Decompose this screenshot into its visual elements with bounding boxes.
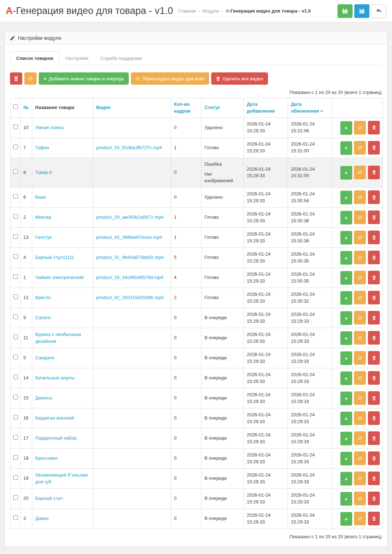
row-add-to-queue-button[interactable]: + [340, 291, 352, 305]
breadcrumb-modules-link[interactable]: Модули [202, 8, 219, 14]
row-add-to-queue-button[interactable]: + [340, 452, 352, 465]
row-checkbox[interactable] [13, 495, 18, 500]
row-delete-video-button[interactable] [368, 472, 380, 485]
row-checkbox[interactable] [13, 335, 18, 339]
delete-selected-button[interactable] [10, 72, 22, 85]
save-and-stay-button[interactable] [354, 4, 369, 18]
row-delete-video-button[interactable] [368, 231, 380, 244]
row-delete-video-button[interactable] [368, 121, 380, 134]
row-add-to-queue-button[interactable]: + [340, 121, 352, 135]
row-checkbox[interactable] [13, 515, 18, 520]
product-name-link[interactable]: Миксер [35, 214, 51, 220]
row-recreate-video-button[interactable] [354, 331, 366, 345]
product-name-link[interactable]: Увлажняющий б"альзам для губ [35, 472, 88, 484]
row-recreate-video-button[interactable] [354, 431, 366, 445]
product-name-link[interactable]: Туфли [35, 145, 49, 150]
row-recreate-video-button[interactable] [354, 411, 366, 425]
product-name-link[interactable]: Джинсы [35, 395, 52, 401]
row-checkbox[interactable] [13, 314, 18, 319]
row-checkbox[interactable] [13, 234, 18, 239]
row-recreate-video-button[interactable] [354, 351, 366, 365]
row-add-to-queue-button[interactable]: + [340, 231, 352, 245]
row-recreate-video-button[interactable] [354, 291, 366, 304]
product-name-link[interactable]: Кардиган женский [35, 415, 74, 421]
row-checkbox[interactable] [13, 124, 18, 129]
row-recreate-video-button[interactable] [354, 121, 366, 134]
sort-by-date-modified-link[interactable]: Дата обновления [291, 101, 319, 114]
row-recreate-video-button[interactable] [354, 141, 366, 155]
row-add-to-queue-button[interactable]: + [340, 211, 352, 224]
breadcrumb-home-link[interactable]: Главная [178, 8, 196, 14]
row-add-to-queue-button[interactable]: + [340, 492, 352, 506]
row-recreate-video-button[interactable] [354, 271, 366, 284]
product-name-link[interactable]: Товар 8 [35, 170, 52, 175]
row-add-to-queue-button[interactable]: + [340, 311, 352, 325]
video-link[interactable]: product_29_ae040b2a0b72.mp4 [96, 214, 164, 220]
row-add-to-queue-button[interactable]: + [340, 472, 352, 486]
row-delete-video-button[interactable] [368, 311, 380, 325]
row-add-to-queue-button[interactable]: + [340, 331, 352, 345]
sort-by-number-link[interactable]: № [23, 105, 29, 110]
recreate-all-videos-button[interactable]: Пересоздать видео для всех [131, 72, 209, 85]
row-recreate-video-button[interactable] [354, 492, 366, 505]
row-recreate-video-button[interactable] [354, 311, 366, 325]
product-name-link[interactable]: Кресло [35, 295, 51, 300]
row-delete-video-button[interactable] [368, 371, 380, 385]
tab-settings[interactable]: Настройки [60, 51, 95, 65]
product-name-link[interactable]: Барный стул11111 [35, 255, 74, 260]
row-checkbox[interactable] [13, 254, 18, 259]
row-checkbox[interactable] [13, 375, 18, 379]
row-add-to-queue-button[interactable]: + [340, 271, 352, 285]
tab-product-list[interactable]: Список товаров [10, 51, 60, 65]
row-delete-video-button[interactable] [368, 331, 380, 345]
row-delete-video-button[interactable] [368, 451, 380, 465]
video-link[interactable]: product_34_91d8a3fb727c.mp4 [96, 145, 162, 150]
row-checkbox[interactable] [13, 274, 18, 279]
tab-support-label[interactable]: Служба поддержки [94, 51, 148, 65]
product-name-link[interactable]: Купальные шорты [35, 375, 75, 380]
row-add-to-queue-button[interactable]: + [340, 392, 352, 405]
row-checkbox[interactable] [13, 214, 18, 219]
product-name-link[interactable]: Кроссовки [35, 455, 57, 461]
row-delete-video-button[interactable] [368, 271, 380, 284]
row-recreate-video-button[interactable] [354, 210, 366, 224]
row-delete-video-button[interactable] [368, 190, 380, 204]
product-name-link[interactable]: Диван [35, 516, 48, 521]
row-add-to-queue-button[interactable]: + [340, 371, 352, 385]
row-checkbox[interactable] [13, 395, 18, 399]
tab-support[interactable]: Служба поддержки [94, 51, 148, 65]
row-recreate-video-button[interactable] [354, 251, 366, 264]
row-checkbox[interactable] [13, 294, 18, 299]
row-add-to-queue-button[interactable]: + [340, 351, 352, 365]
row-delete-video-button[interactable] [368, 512, 380, 525]
row-checkbox[interactable] [13, 435, 18, 440]
row-add-to-queue-button[interactable]: + [340, 166, 352, 180]
product-name-link[interactable]: Сандали [35, 355, 55, 360]
save-button[interactable] [337, 4, 353, 18]
product-name-link[interactable]: Сапоги [35, 315, 51, 320]
product-name-link[interactable]: Подарочный набор [35, 435, 77, 441]
row-add-to-queue-button[interactable]: + [340, 432, 352, 445]
sort-by-date-added-link[interactable]: Дата добавления [247, 101, 275, 114]
row-recreate-video-button[interactable] [354, 190, 366, 204]
video-link[interactable]: product_31_4b43a873da50.mp4 [96, 255, 164, 260]
product-name-link[interactable]: Умная ложка [35, 125, 63, 130]
delete-all-videos-button[interactable]: Удалить все видео [211, 72, 268, 85]
product-name-link[interactable]: Барный стул [35, 496, 63, 501]
back-button[interactable] [371, 4, 386, 18]
row-checkbox[interactable] [13, 169, 18, 174]
row-checkbox[interactable] [13, 475, 18, 480]
row-recreate-video-button[interactable] [354, 472, 366, 485]
add-products-button[interactable]: + Добавить новые товары в очередь [39, 72, 129, 85]
row-checkbox[interactable] [13, 145, 18, 149]
video-link[interactable]: product_42_282415d20dd6.mp4 [96, 295, 164, 300]
row-add-to-queue-button[interactable]: + [340, 141, 352, 155]
row-delete-video-button[interactable] [368, 291, 380, 304]
row-delete-video-button[interactable] [368, 141, 380, 155]
sort-by-video-link[interactable]: Видео [96, 105, 111, 110]
product-name-link[interactable]: Чайник электрический [35, 275, 84, 280]
row-checkbox[interactable] [13, 194, 18, 199]
row-recreate-video-button[interactable] [354, 166, 366, 179]
row-delete-video-button[interactable] [368, 166, 380, 179]
tab-product-list-label[interactable]: Список товаров [10, 51, 60, 65]
